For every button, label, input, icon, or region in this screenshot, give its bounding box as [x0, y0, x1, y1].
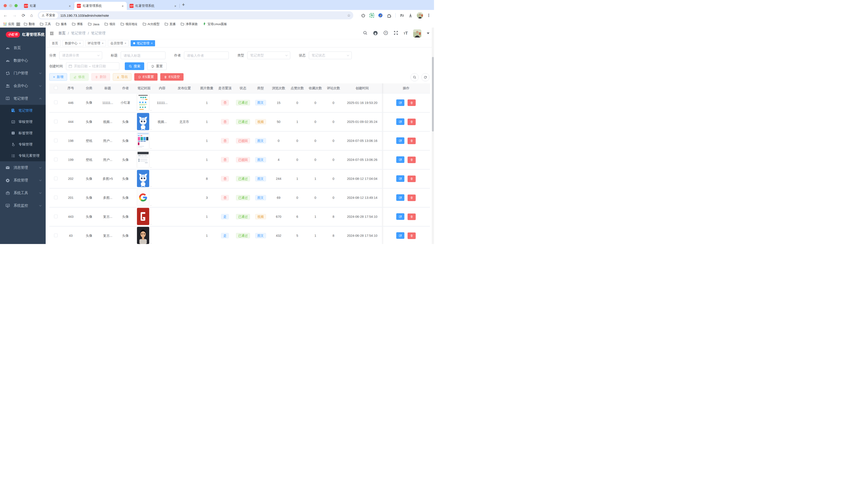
sidebar-item-系统工具[interactable]: 系统工具	[0, 187, 46, 199]
media-playlist-icon[interactable]	[400, 13, 404, 18]
brush-extension-icon[interactable]	[378, 13, 383, 18]
tag-tab-数据中心[interactable]: 数据中心×	[62, 40, 84, 46]
browser-profile-avatar[interactable]	[417, 12, 423, 19]
back-icon[interactable]: ←	[3, 13, 7, 18]
es-clear-button[interactable]: ES清空	[160, 73, 184, 80]
tag-close-icon[interactable]: ×	[151, 41, 153, 45]
tab-close-icon[interactable]: ×	[121, 4, 125, 8]
minimize-window-icon[interactable]	[9, 4, 12, 7]
row-delete-button[interactable]	[408, 175, 416, 182]
reset-button[interactable]: 重置	[147, 62, 166, 70]
bookmark-star-icon[interactable]: ☆	[347, 13, 350, 18]
row-delete-button[interactable]	[408, 99, 416, 106]
row-checkbox[interactable]	[54, 158, 58, 161]
tab-close-icon[interactable]: ×	[174, 4, 177, 8]
edit-button[interactable]: 修改	[70, 73, 89, 80]
font-size-icon[interactable]: TT	[404, 31, 408, 36]
title-input[interactable]	[124, 54, 162, 57]
sidebar-item-首页[interactable]: 首页	[0, 41, 46, 54]
extensions-puzzle-icon[interactable]	[387, 13, 391, 18]
author-input[interactable]	[187, 54, 226, 57]
tag-tab-笔记管理[interactable]: 笔记管理×	[131, 40, 155, 46]
note-cover-image-man-portrait[interactable]	[136, 227, 150, 244]
bookmark-item[interactable]: 项目	[104, 22, 116, 26]
sidebar-fold-icon[interactable]	[49, 31, 54, 36]
browser-tab[interactable]: 小红书红薯×	[21, 2, 74, 10]
note-cover-image-blue-cat-avatar[interactable]	[136, 113, 150, 130]
bookmark-item[interactable]: 直播	[164, 22, 176, 26]
status-select[interactable]: 笔记状态	[309, 52, 352, 59]
scrollbar-thumb[interactable]	[432, 57, 434, 131]
tab-groups-icon[interactable]	[17, 23, 20, 26]
tag-tab-会员管理[interactable]: 会员管理×	[108, 40, 129, 46]
category-select[interactable]: 请选择分类	[59, 52, 102, 59]
window-controls[interactable]	[0, 4, 21, 10]
sidebar-subitem-审核管理[interactable]: 审核管理	[0, 116, 46, 127]
bookmark-item[interactable]: 工具	[40, 22, 51, 26]
sidebar-subitem-专辑管理[interactable]: 专辑管理	[0, 139, 46, 150]
row-checkbox[interactable]	[54, 234, 58, 237]
bookmark-item[interactable]: 净界家政	[181, 22, 198, 26]
user-menu-caret-icon[interactable]	[427, 33, 430, 34]
help-icon[interactable]: ?	[383, 31, 388, 36]
row-checkbox[interactable]	[54, 177, 58, 180]
search-icon[interactable]	[363, 31, 368, 36]
browser-tab[interactable]: 小红书红薯管理系统×	[127, 2, 180, 10]
table-search-icon[interactable]	[410, 73, 418, 81]
add-button[interactable]: +新增	[49, 73, 67, 80]
apps-shortcut[interactable]: 应用	[3, 22, 14, 26]
sidebar-item-系统监控[interactable]: 系统监控	[0, 199, 46, 212]
browser-tab[interactable]: 小红书红薯管理系统×	[74, 2, 127, 10]
notes-extension-icon[interactable]: N	[370, 13, 374, 18]
row-checkbox[interactable]	[54, 215, 58, 218]
tab-close-icon[interactable]: ×	[68, 4, 72, 8]
sidebar-subitem-标签管理[interactable]: 标签管理	[0, 127, 46, 139]
row-delete-button[interactable]	[408, 232, 416, 239]
note-cover-image-webpage-dark[interactable]	[136, 151, 150, 168]
breadcrumb-item[interactable]: 首页	[58, 31, 66, 36]
bookmark-item[interactable]: Java	[88, 22, 99, 26]
tag-close-icon[interactable]: ×	[125, 41, 126, 45]
page-scrollbar[interactable]	[432, 28, 434, 244]
date-range-picker[interactable]: 开始日期 - 结束日期	[66, 62, 119, 70]
bookmark-item[interactable]: 宝塔Linux面板	[203, 22, 227, 26]
bookmark-item[interactable]: AI大模型	[143, 22, 160, 26]
sidebar-subitem-笔记管理[interactable]: 笔记管理	[0, 105, 46, 116]
sidebar-item-数据中心[interactable]: 数据中心	[0, 54, 46, 67]
row-checkbox[interactable]	[54, 120, 58, 123]
export-button[interactable]: 导出	[113, 73, 131, 80]
row-checkbox[interactable]	[54, 101, 58, 104]
sidebar-item-系统管理[interactable]: 系统管理	[0, 174, 46, 187]
row-edit-button[interactable]	[396, 119, 404, 125]
close-window-icon[interactable]	[4, 4, 7, 7]
search-button[interactable]: 搜索	[125, 62, 144, 70]
row-edit-button[interactable]	[396, 156, 404, 163]
tag-tab-首页[interactable]: 首页	[49, 40, 61, 46]
row-edit-button[interactable]	[396, 194, 404, 201]
address-bar[interactable]: ⚠ 不安全 115.190.73.103/admin/note/note ☆	[38, 11, 353, 20]
note-cover-image-flowchart-diagram[interactable]	[136, 94, 150, 111]
row-checkbox[interactable]	[54, 139, 58, 142]
note-cover-image-red-g-logo[interactable]	[136, 208, 150, 225]
row-edit-button[interactable]	[396, 175, 404, 182]
forward-icon[interactable]: →	[12, 13, 17, 18]
power-extension-icon[interactable]	[361, 13, 366, 18]
row-delete-button[interactable]	[408, 157, 416, 163]
bookmark-item[interactable]: 翻墙	[24, 22, 35, 26]
sidebar-item-门户管理[interactable]: 门户管理	[0, 67, 46, 79]
maximize-window-icon[interactable]	[14, 4, 18, 7]
row-delete-button[interactable]	[408, 138, 416, 144]
bookmark-item[interactable]: 博客	[72, 22, 83, 26]
type-select[interactable]: 笔记类型	[247, 52, 290, 59]
home-icon[interactable]: ⌂	[30, 13, 33, 18]
bookmark-item[interactable]: 服务	[56, 22, 67, 26]
select-all-checkbox[interactable]	[54, 86, 58, 90]
bookmark-item[interactable]: 项目地址	[121, 22, 138, 26]
tag-tab-评论管理[interactable]: 评论管理×	[85, 40, 106, 46]
es-reset-button[interactable]: ES重置	[134, 73, 158, 80]
tag-close-icon[interactable]: ×	[79, 41, 81, 45]
fullscreen-icon[interactable]	[394, 31, 398, 36]
sidebar-item-笔记管理[interactable]: 笔记管理	[0, 92, 46, 105]
row-edit-button[interactable]	[396, 99, 404, 106]
row-edit-button[interactable]	[396, 213, 404, 220]
